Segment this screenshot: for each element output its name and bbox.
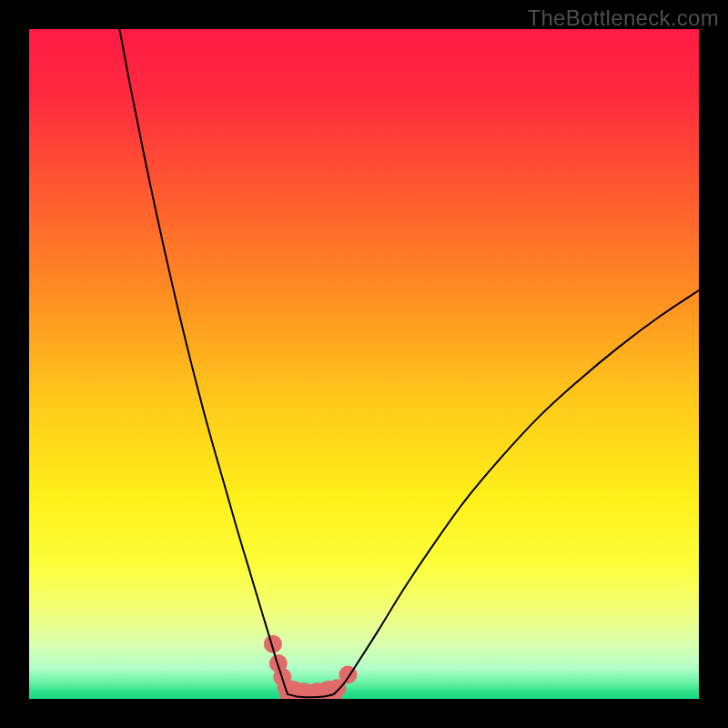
plot-area — [29, 29, 699, 699]
watermark-text: TheBottleneck.com — [527, 5, 719, 31]
plot-svg — [29, 29, 699, 699]
chart-frame: TheBottleneck.com — [0, 0, 728, 728]
